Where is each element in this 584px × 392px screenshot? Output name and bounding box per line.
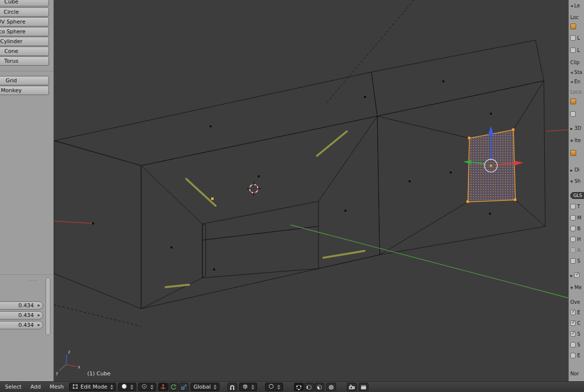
viewport-shading-dropdown[interactable] <box>118 383 136 391</box>
opengl-render-animation-button[interactable] <box>359 383 368 391</box>
dropdown-arrows-icon <box>251 385 254 390</box>
snap-element-dropdown[interactable] <box>239 383 257 391</box>
object-picker[interactable] <box>570 23 576 30</box>
overlay-seams-row[interactable]: S <box>570 330 580 338</box>
lock-camera-checkbox-row[interactable]: L <box>570 34 580 42</box>
checkbox[interactable] <box>570 215 576 220</box>
manipulator-translate-button[interactable] <box>158 383 168 391</box>
backface-culling-row[interactable]: B <box>570 225 581 232</box>
clip-start-slider[interactable]: Sta <box>570 69 582 76</box>
checkbox[interactable] <box>570 237 576 242</box>
transform-z-field[interactable]: 0.434 <box>0 321 43 329</box>
slider-left-icon[interactable] <box>570 79 573 84</box>
add-uv-sphere-button[interactable]: UV Sphere <box>0 17 49 26</box>
add-cylinder-button[interactable]: Cylinder <box>0 37 49 46</box>
panel-header-3d-cursor[interactable]: 3D <box>570 124 581 132</box>
panel-header-display[interactable]: Di <box>570 166 580 173</box>
checkbox[interactable] <box>570 35 576 41</box>
3d-viewport[interactable]: x y z (1) Cube <box>54 0 568 381</box>
viewport-header: Select Add Mesh Edit Mode <box>0 381 584 392</box>
inset-side-face <box>202 224 206 278</box>
proportional-editing-dropdown[interactable] <box>265 383 283 391</box>
object-data-icon[interactable] <box>570 24 576 29</box>
face-center-dots <box>170 80 492 270</box>
checkbox[interactable] <box>570 111 576 117</box>
pivot-point-dropdown[interactable] <box>138 383 156 391</box>
vertex-select-mode-button[interactable] <box>294 383 304 391</box>
manipulator-rotate-button[interactable] <box>169 383 178 391</box>
overlay-sharp-row[interactable]: S <box>570 341 580 348</box>
panel-header-item[interactable]: Ite <box>570 137 581 144</box>
panel-header-collapsed-checked[interactable] <box>570 271 580 279</box>
tool-shelf-scrollbar[interactable] <box>46 277 50 335</box>
checkbox[interactable] <box>570 226 576 231</box>
clip-end-slider[interactable]: En <box>570 78 581 85</box>
panel-header-shading[interactable]: Sh <box>570 177 581 185</box>
clip-label: Clip <box>570 59 580 66</box>
3d-cursor <box>247 182 261 196</box>
manipulator-toggle-group <box>158 383 189 391</box>
hidden-wire-row[interactable]: H <box>570 236 581 243</box>
opengl-render-button[interactable] <box>347 383 357 391</box>
checkbox-row[interactable] <box>570 110 576 118</box>
shading-option-row[interactable]: S <box>570 257 580 265</box>
selected-vertex-dot <box>211 197 214 200</box>
mesh-menu[interactable]: Mesh <box>46 383 67 391</box>
mini-axis-gizmo: x y z <box>56 350 80 375</box>
item-object-row[interactable] <box>570 149 576 156</box>
checkbox[interactable] <box>570 258 576 264</box>
dropdown-arrows-icon <box>130 385 133 390</box>
add-menu[interactable]: Add <box>27 383 44 391</box>
manipulator-scale-button[interactable] <box>179 383 189 391</box>
tool-shelf: Cube Circle UV Sphere Ico Sphere Cylinde… <box>0 0 54 381</box>
snap-magnet-toggle[interactable] <box>227 383 237 391</box>
add-cube-button[interactable]: Cube <box>0 0 49 6</box>
lock-checkbox-row[interactable]: L <box>570 47 580 54</box>
checkbox[interactable] <box>570 320 576 326</box>
textured-solid-row[interactable]: T <box>570 203 580 210</box>
transform-orientation-dropdown[interactable]: Global <box>191 383 219 391</box>
blender-window: x y z (1) Cube Cube Circle UV Sphere Ico… <box>0 0 584 392</box>
axis-x-label: x <box>78 365 80 369</box>
checkbox[interactable] <box>570 342 576 347</box>
divider <box>0 71 54 72</box>
add-cone-button[interactable]: Cone <box>0 47 49 56</box>
limit-to-visible-toggle[interactable] <box>326 383 336 391</box>
checkbox[interactable] <box>570 353 576 358</box>
pivot-icon <box>141 383 147 391</box>
mode-dropdown[interactable]: Edit Mode <box>69 383 116 391</box>
glsl-dropdown[interactable]: GLS <box>570 192 584 199</box>
lens-slider[interactable]: Le <box>570 2 580 9</box>
select-menu[interactable]: Select <box>1 383 25 391</box>
normals-label: Nor <box>570 370 579 377</box>
slider-left-icon[interactable] <box>570 3 573 8</box>
object-data-icon[interactable] <box>570 98 576 104</box>
panel-header-mesh-display[interactable]: Me <box>570 284 582 291</box>
edge-select-mode-button[interactable] <box>304 383 314 391</box>
overlay-edges-row[interactable]: E <box>570 309 580 316</box>
axis-y-label: y <box>56 371 58 375</box>
slider-left-icon[interactable] <box>570 70 573 75</box>
camera-picker[interactable] <box>570 98 576 105</box>
add-circle-button[interactable]: Circle <box>0 7 49 17</box>
checkbox[interactable] <box>570 204 576 209</box>
snap-element-icon <box>242 383 248 391</box>
add-torus-button[interactable]: Torus <box>0 56 49 66</box>
overlay-edge-marks-row[interactable]: E <box>570 352 580 359</box>
checkbox[interactable] <box>570 48 576 53</box>
checkbox[interactable] <box>574 272 580 278</box>
object-info-label: (1) Cube <box>87 370 111 377</box>
transform-x-field[interactable]: 0.434 <box>0 301 43 310</box>
local-camera-label: Loca <box>570 88 582 96</box>
add-ico-sphere-button[interactable]: Ico Sphere <box>0 27 49 36</box>
checkbox[interactable] <box>570 331 576 337</box>
overlay-creases-row[interactable]: C <box>570 319 581 327</box>
panel-grip-icon[interactable] <box>28 278 38 283</box>
object-data-icon[interactable] <box>570 150 576 156</box>
checkbox[interactable] <box>570 310 576 315</box>
face-select-mode-button[interactable] <box>315 383 324 391</box>
add-monkey-button[interactable]: Monkey <box>0 86 49 95</box>
matcap-row[interactable]: M <box>570 214 582 221</box>
transform-y-field[interactable]: 0.434 <box>0 311 43 319</box>
add-grid-button[interactable]: Grid <box>0 76 49 85</box>
